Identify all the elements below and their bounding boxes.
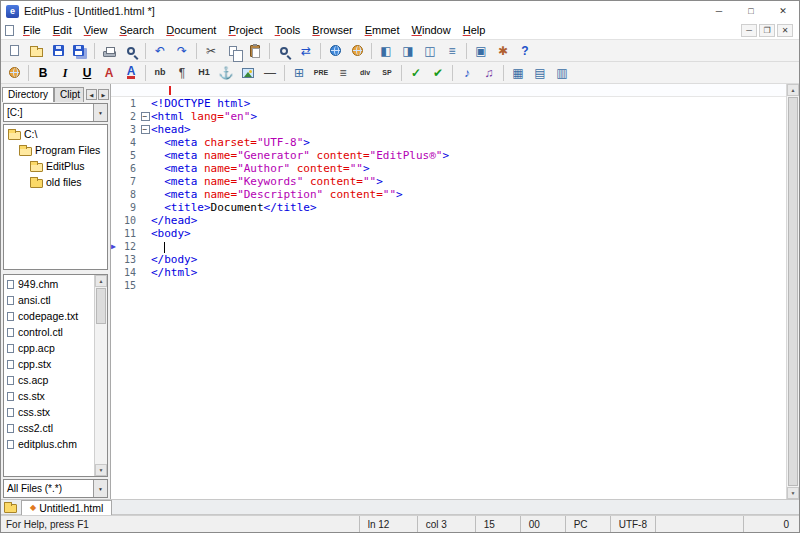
undo-button[interactable]: ↶ xyxy=(149,41,171,61)
mdi-close-button[interactable]: ✕ xyxy=(777,24,793,37)
line-number[interactable]: 8 xyxy=(120,188,139,201)
file-item[interactable]: editplus.chm xyxy=(4,436,94,452)
code-line[interactable]: 4 <meta charset="UTF-8"> xyxy=(111,136,799,149)
list-button[interactable]: ≡ xyxy=(332,63,354,83)
output-window-button[interactable]: ◫ xyxy=(419,41,441,61)
find-button[interactable] xyxy=(273,41,295,61)
document-tab[interactable]: ◆ Untitled1.html xyxy=(21,500,112,515)
line-number[interactable]: 13 xyxy=(120,253,139,266)
tab-cliptext[interactable]: Clipt xyxy=(54,87,84,102)
editor-scroll-up-icon[interactable]: ▲ xyxy=(787,84,799,96)
line-number[interactable]: 9 xyxy=(120,201,139,214)
print-button[interactable] xyxy=(98,41,120,61)
code-line[interactable]: 13</body> xyxy=(111,253,799,266)
editor-scroll-down-icon[interactable]: ▼ xyxy=(787,487,799,499)
line-break-button[interactable]: ¶ xyxy=(171,63,193,83)
embed-media-button[interactable]: ♫ xyxy=(478,63,500,83)
print-preview-button[interactable] xyxy=(120,41,142,61)
menu-help[interactable]: Help xyxy=(457,22,492,38)
code-line[interactable]: 10</head> xyxy=(111,214,799,227)
tree-item[interactable]: Program Files xyxy=(4,142,107,158)
menu-emmet[interactable]: Emmet xyxy=(359,22,406,38)
file-filter-dropdown-icon[interactable]: ▼ xyxy=(93,480,107,497)
drive-selector[interactable]: [C:] ▼ xyxy=(3,103,108,122)
scroll-up-icon[interactable]: ▲ xyxy=(95,275,107,287)
file-item[interactable]: codepage.txt xyxy=(4,308,94,324)
editor-scroll-track[interactable] xyxy=(787,96,799,487)
preformatted-button[interactable]: PRE xyxy=(310,63,332,83)
open-file-button[interactable] xyxy=(25,41,47,61)
maximize-button[interactable]: □ xyxy=(735,1,767,21)
font-button[interactable]: A xyxy=(98,63,120,83)
new-file-button[interactable] xyxy=(3,41,25,61)
file-item[interactable]: cpp.acp xyxy=(4,340,94,356)
editor-scroll-thumb[interactable] xyxy=(788,97,798,486)
validate-button[interactable]: ✔ xyxy=(427,63,449,83)
cliptext-window-button[interactable]: ◨ xyxy=(397,41,419,61)
minimize-button[interactable]: ─ xyxy=(703,1,735,21)
menu-view[interactable]: View xyxy=(78,22,114,38)
file-item[interactable]: control.ctl xyxy=(4,324,94,340)
scroll-track[interactable] xyxy=(95,287,107,464)
frame-layout-button[interactable]: ▤ xyxy=(529,63,551,83)
syntax-check-button[interactable]: ✓ xyxy=(405,63,427,83)
line-number[interactable]: 1 xyxy=(120,97,139,110)
code-line[interactable]: 9 <title>Document</title> xyxy=(111,201,799,214)
html-page-wizard-button[interactable] xyxy=(3,63,25,83)
italic-button[interactable]: I xyxy=(54,63,76,83)
document-system-icon[interactable] xyxy=(5,25,14,36)
underline-button[interactable]: U xyxy=(76,63,98,83)
line-number[interactable]: 7 xyxy=(120,175,139,188)
line-number[interactable]: 4 xyxy=(120,136,139,149)
drive-dropdown-icon[interactable]: ▼ xyxy=(93,104,107,121)
anchor-button[interactable]: ⚓ xyxy=(215,63,237,83)
line-number[interactable]: 15 xyxy=(120,279,139,292)
tab-directory[interactable]: Directory xyxy=(2,87,54,102)
save-button[interactable] xyxy=(47,41,69,61)
horizontal-rule-button[interactable]: — xyxy=(259,63,281,83)
fullscreen-button[interactable]: ▣ xyxy=(470,41,492,61)
code-line[interactable]: 15 xyxy=(111,279,799,292)
browser-preview-button[interactable] xyxy=(324,41,346,61)
image-button[interactable] xyxy=(237,63,259,83)
menu-file[interactable]: File xyxy=(17,22,47,38)
file-item[interactable]: 949.chm xyxy=(4,276,94,292)
font-color-button[interactable]: A xyxy=(120,63,142,83)
line-number[interactable]: 2 xyxy=(120,110,139,123)
fold-collapse-icon[interactable]: − xyxy=(141,112,150,121)
user-tools-button[interactable]: ✱ xyxy=(492,41,514,61)
column-layout-button[interactable]: ▥ xyxy=(551,63,573,83)
code-line[interactable]: 5 <meta name="Generator" content="EditPl… xyxy=(111,149,799,162)
tab-scroll-left-icon[interactable]: ◀ xyxy=(86,89,97,100)
code-line[interactable]: 8 <meta name="Description" content=""> xyxy=(111,188,799,201)
save-all-button[interactable] xyxy=(69,41,91,61)
scroll-thumb[interactable] xyxy=(96,288,106,324)
menu-window[interactable]: Window xyxy=(406,22,457,38)
table-layout-button[interactable]: ▦ xyxy=(507,63,529,83)
menu-document[interactable]: Document xyxy=(160,22,222,38)
cut-button[interactable]: ✂ xyxy=(200,41,222,61)
code-line[interactable]: 14</html> xyxy=(111,266,799,279)
tree-item[interactable]: old files xyxy=(4,174,107,190)
file-item[interactable]: cs.stx xyxy=(4,388,94,404)
tab-scroll-right-icon[interactable]: ▶ xyxy=(98,89,109,100)
tree-item[interactable]: C:\ xyxy=(4,126,107,142)
editor-area[interactable]: ---1----2----3----4----5----6----7----8-… xyxy=(111,84,799,499)
line-number[interactable]: 14 xyxy=(120,266,139,279)
div-tag-button[interactable]: div xyxy=(354,63,376,83)
file-item[interactable]: css2.ctl xyxy=(4,420,94,436)
copy-button[interactable] xyxy=(222,41,244,61)
app-icon[interactable]: e xyxy=(6,5,19,18)
table-button[interactable]: ⊞ xyxy=(288,63,310,83)
mdi-restore-button[interactable]: ❐ xyxy=(759,24,775,37)
embed-audio-button[interactable]: ♪ xyxy=(456,63,478,83)
mdi-minimize-button[interactable]: ─ xyxy=(741,24,757,37)
menu-search[interactable]: Search xyxy=(113,22,160,38)
menu-tools[interactable]: Tools xyxy=(269,22,307,38)
line-number[interactable]: 6 xyxy=(120,162,139,175)
fold-collapse-icon[interactable]: − xyxy=(141,125,150,134)
heading-button[interactable]: H1 xyxy=(193,63,215,83)
line-number[interactable]: 10 xyxy=(120,214,139,227)
menu-project[interactable]: Project xyxy=(222,22,268,38)
replace-button[interactable]: ⇄ xyxy=(295,41,317,61)
